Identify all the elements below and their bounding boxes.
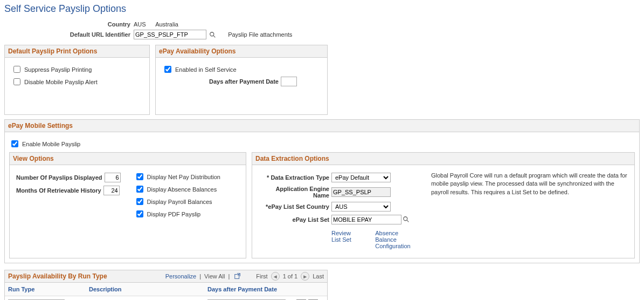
epay-mobile-title: ePay Mobile Settings [5,120,639,132]
display-netpay-label: Display Net Pay Distribution [147,174,220,180]
list-set-label: ePay List Set [259,216,331,223]
country-label: Country [4,21,133,28]
page-title: Self Service Payslip Options [4,3,640,15]
col-run-type[interactable]: Run Type [5,283,86,296]
svg-point-2 [404,217,407,221]
de-type-select[interactable]: ePay Default [331,173,391,182]
epay-availability-box: ePay Availability Options Enabled in Sel… [155,45,328,115]
grid-counter: 1 of 1 [283,273,298,279]
zoom-icon[interactable] [234,272,241,280]
list-set-input[interactable] [331,215,401,224]
ae-name-label: Application Engine Name [259,186,331,199]
enable-mobile-label: Enable Mobile Payslip [22,141,80,147]
display-payroll-label: Display Payroll Balances [147,199,212,205]
table-row: + − [5,296,327,300]
data-extraction-description: Global Payroll Core will run a default p… [431,169,630,249]
months-history-input[interactable] [103,186,120,195]
num-payslips-label: Number Of Payslips Displayed [16,174,105,181]
enabled-self-service-checkbox[interactable] [164,66,171,73]
grid-title: Payslip Availability By Run Type [8,272,165,280]
ae-name-input [331,187,391,197]
lookup-icon[interactable] [209,31,217,39]
data-extraction-title: Data Extraction Options [252,153,634,165]
country-name: Australia [155,21,178,28]
display-absence-checkbox[interactable] [136,186,143,193]
grid-last[interactable]: Last [313,273,324,279]
url-id-label: Default URL Identifier [4,31,133,38]
de-type-label: * Data Extraction Type [259,174,331,181]
url-id-input[interactable] [134,30,206,39]
review-list-set-link[interactable]: Review List Set [331,230,354,249]
display-pdf-checkbox[interactable] [136,210,143,217]
col-days-after[interactable]: Days after Payment Date [204,283,293,296]
prev-icon[interactable]: ◄ [271,272,280,281]
epay-availability-title: ePay Availability Options [156,45,327,58]
display-netpay-checkbox[interactable] [136,173,143,180]
attachments-text: Payslip File attachments [228,31,292,38]
header-fields: Country AUS Australia Default URL Identi… [4,21,640,39]
suppress-label: Suppress Payslip Printing [24,66,92,73]
list-country-select[interactable]: AUS [331,202,391,212]
next-icon[interactable]: ► [301,272,309,281]
personalize-link[interactable]: Personalize [165,273,196,279]
view-options-title: View Options [10,153,246,165]
days-after-input[interactable] [281,77,297,86]
display-absence-label: Display Absence Balances [147,186,217,193]
print-options-title: Default Payslip Print Options [5,45,149,58]
suppress-checkbox[interactable] [13,66,20,73]
list-country-label: *ePay List Set Country [259,203,331,210]
absence-config-link[interactable]: Absence Balance Configuration [375,230,420,249]
availability-grid: Payslip Availability By Run Type Persona… [4,270,328,300]
grid-first[interactable]: First [256,273,267,279]
months-history-label: Months Of Retrievable History [16,187,103,194]
display-pdf-label: Display PDF Payslip [147,211,201,217]
data-extraction-box: Data Extraction Options * Data Extractio… [252,152,635,258]
svg-line-3 [407,220,409,222]
enabled-self-service-label: Enabled in Self Service [175,66,237,73]
view-options-box: View Options Number Of Payslips Displaye… [9,152,246,258]
enable-mobile-checkbox[interactable] [11,140,18,147]
print-options-box: Default Payslip Print Options Suppress P… [4,45,150,115]
svg-point-0 [210,32,214,36]
view-all-link[interactable]: View All [204,273,225,279]
display-payroll-checkbox[interactable] [136,198,143,205]
disable-alert-label: Disable Mobile Payslip Alert [24,79,98,85]
country-code: AUS [134,21,146,28]
col-description[interactable]: Description [86,283,204,296]
svg-line-1 [213,36,216,38]
lookup-icon[interactable] [403,216,410,223]
disable-alert-checkbox[interactable] [13,78,20,85]
days-after-label: Days after Payment Date [162,78,281,85]
epay-mobile-box: ePay Mobile Settings Enable Mobile Paysl… [4,119,640,263]
num-payslips-input[interactable] [105,173,121,182]
